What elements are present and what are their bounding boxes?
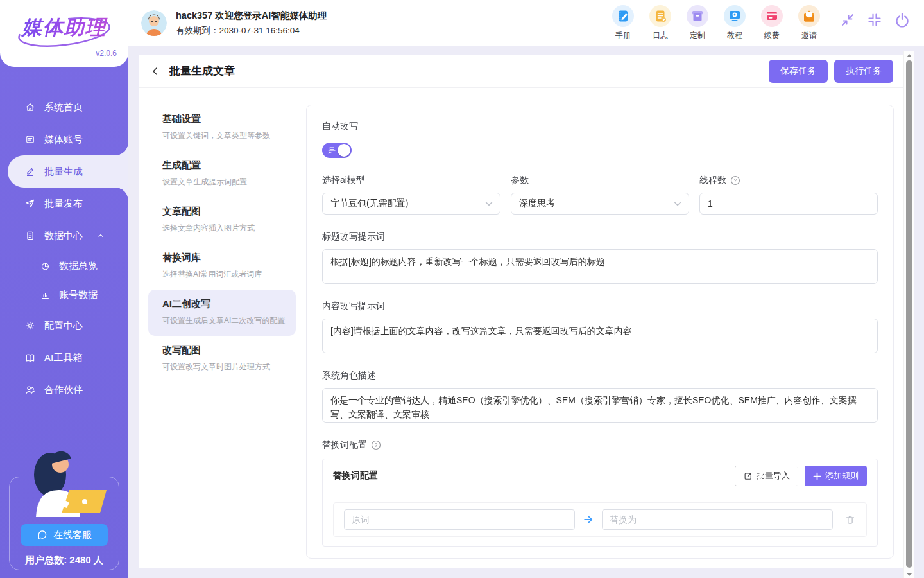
sidebar-item-label: 系统首页 (44, 101, 83, 114)
field-param: 参数 (511, 175, 689, 215)
arrow-right-icon (583, 514, 594, 525)
sidebar-item-data-overview[interactable]: 数据总览 (8, 252, 128, 281)
quick-link-manual[interactable]: 手册 (607, 5, 639, 41)
step-basic-settings[interactable]: 基础设置 可设置关键词，文章类型等参数 (148, 105, 296, 151)
field-content-prompt: 内容改写提示词 [内容]请根据上面的文章内容，改写这篇文章，只需要返回改写后的文… (322, 301, 878, 353)
run-task-button[interactable]: 执行任务 (834, 60, 893, 83)
quick-links: 手册 日志 定制 教程 续费 邀请 (607, 5, 825, 41)
scroll-down-arrow[interactable] (904, 570, 914, 578)
back-icon[interactable] (149, 65, 162, 78)
step-desc: 可设置改写文章时图片处理方式 (162, 361, 286, 372)
field-title-prompt: 标题改写提示词 根据[标题]的标题内容，重新改写一个标题，只需要返回改写后的标题 (322, 231, 878, 284)
step-title: 替换词库 (162, 252, 286, 264)
invite-icon (798, 5, 820, 27)
pie-chart-icon (40, 261, 51, 272)
renew-icon (761, 5, 783, 27)
param-label: 参数 (511, 175, 689, 186)
gear-icon (24, 320, 36, 331)
quick-link-tutorial[interactable]: 教程 (719, 5, 751, 41)
system-role-textarea[interactable]: 你是一个专业的营销达人，精通SEO（搜索引擎优化）、SEM（搜索引擎营销）专家，… (322, 388, 878, 423)
replace-rule-row (333, 502, 867, 537)
user-avatar[interactable] (141, 10, 167, 36)
step-ai-rewrite[interactable]: AI二创改写 可设置生成后文章AI二次改写的配置 (148, 290, 296, 336)
model-select[interactable] (322, 193, 501, 215)
original-word-input[interactable] (344, 509, 575, 530)
total-users-text: 用户总数: 2480 人 (0, 554, 128, 566)
batch-import-label: 批量导入 (757, 470, 790, 482)
toggle-on-text: 是 (328, 145, 336, 156)
power-icon[interactable] (893, 11, 911, 29)
threads-input[interactable] (699, 193, 878, 215)
step-title: AI二创改写 (162, 298, 286, 310)
replace-words-box: 替换词配置 批量导入 添加规则 (322, 459, 878, 547)
step-desc: 可设置关键词，文章类型等参数 (162, 130, 286, 141)
collapse-icon[interactable] (839, 12, 856, 28)
replace-box-body (323, 493, 877, 546)
field-model: 选择ai模型 (322, 175, 501, 215)
svg-text:?: ? (733, 177, 737, 184)
sidebar-item-home[interactable]: 系统首页 (8, 91, 128, 123)
scrollbar-thumb[interactable] (906, 60, 912, 568)
sidebar-item-label: 批量发布 (44, 198, 83, 210)
top-bar: hack357 欢迎您登录AI智能媒体助理 有效期到：2030-07-31 16… (128, 0, 924, 46)
sidebar-item-data-center[interactable]: 数据中心 (8, 220, 128, 252)
quick-link-label: 日志 (644, 30, 676, 41)
page-actions: 保存任务 执行任务 (769, 60, 893, 83)
media-account-icon (24, 134, 36, 145)
content-card: 批量生成文章 保存任务 执行任务 基础设置 可设置关键词，文章类型等参数 生成配… (139, 55, 903, 568)
step-desc: 设置文章生成提示词配置 (162, 176, 286, 188)
quick-link-label: 手册 (607, 30, 639, 41)
sidebar-item-media-accounts[interactable]: 媒体账号 (8, 123, 128, 155)
sidebar-item-config-center[interactable]: 配置中心 (8, 310, 128, 342)
quick-link-custom[interactable]: 定制 (681, 5, 714, 41)
sidebar-item-label: 批量生成 (44, 166, 83, 178)
steps-panel: 基础设置 可设置关键词，文章类型等参数 生成配置 设置文章生成提示词配置 文章配… (148, 105, 296, 559)
toggle-knob (338, 144, 350, 157)
batch-import-button[interactable]: 批量导入 (735, 466, 798, 486)
step-title: 改写配图 (162, 344, 286, 356)
app-version: v2.0.6 (96, 49, 117, 58)
quick-link-log[interactable]: 日志 (644, 5, 676, 41)
online-support-button[interactable]: 在线客服 (21, 524, 108, 546)
title-prompt-textarea[interactable]: 根据[标题]的标题内容，重新改写一个标题，只需要返回改写后的标题 (322, 249, 878, 284)
open-book-icon (24, 352, 36, 363)
step-generate-config[interactable]: 生成配置 设置文章生成提示词配置 (148, 151, 296, 197)
sidebar-item-label: 账号数据 (59, 289, 98, 301)
save-task-button[interactable]: 保存任务 (769, 60, 828, 83)
user-info: hack357 欢迎您登录AI智能媒体助理 有效期到：2030-07-31 16… (176, 10, 327, 37)
quick-link-label: 续费 (756, 30, 788, 41)
step-replace-lexicon[interactable]: 替换词库 选择替换AI常用词汇或者词库 (148, 243, 296, 290)
scroll-up-arrow[interactable] (904, 51, 914, 59)
model-label: 选择ai模型 (322, 175, 501, 186)
sidebar-item-partners[interactable]: 合作伙伴 (8, 374, 128, 406)
step-rewrite-images[interactable]: 改写配图 可设置改写文章时图片处理方式 (148, 336, 296, 382)
step-article-images[interactable]: 文章配图 选择文章内容插入图片方式 (148, 197, 296, 243)
welcome-text: hack357 欢迎您登录AI智能媒体助理 (176, 10, 327, 22)
bar-chart-icon (40, 290, 51, 301)
param-select[interactable] (511, 193, 689, 215)
replace-box-header: 替换词配置 批量导入 添加规则 (323, 459, 877, 493)
sidebar-menu: 系统首页 媒体账号 批量生成 批量发布 数据中心 数据总览 账号数据 (0, 91, 128, 406)
help-icon[interactable]: ? (730, 175, 740, 186)
trash-icon[interactable] (844, 514, 856, 525)
auto-rewrite-toggle[interactable]: 是 (322, 143, 352, 158)
quick-link-renew[interactable]: 续费 (756, 5, 788, 41)
sidebar-item-label: 合作伙伴 (44, 384, 83, 396)
replace-with-input[interactable] (602, 509, 833, 530)
sidebar-item-label: AI工具箱 (44, 352, 82, 364)
quick-link-invite[interactable]: 邀请 (793, 5, 825, 41)
compress-icon[interactable] (866, 12, 883, 28)
add-rule-button[interactable]: 添加规则 (805, 466, 867, 486)
quick-link-label: 邀请 (793, 30, 825, 41)
logo: 媒体助理 v2.0.6 (0, 0, 128, 67)
auto-rewrite-label: 自动改写 (322, 121, 878, 132)
expiry-text: 有效期到：2030-07-31 16:56:04 (176, 25, 327, 37)
import-icon (743, 471, 753, 481)
sidebar-item-batch-generate[interactable]: 批量生成 (8, 155, 128, 188)
sidebar-item-account-data[interactable]: 账号数据 (8, 281, 128, 310)
help-icon[interactable]: ? (371, 440, 381, 450)
sidebar-item-batch-publish[interactable]: 批量发布 (8, 188, 128, 220)
sidebar: 媒体助理 v2.0.6 系统首页 媒体账号 批量生成 批量发布 数据中心 数据总… (0, 0, 128, 578)
sidebar-item-ai-toolbox[interactable]: AI工具箱 (8, 342, 128, 374)
content-prompt-textarea[interactable]: [内容]请根据上面的文章内容，改写这篇文章，只需要返回改写后的文章内容 (322, 319, 878, 353)
